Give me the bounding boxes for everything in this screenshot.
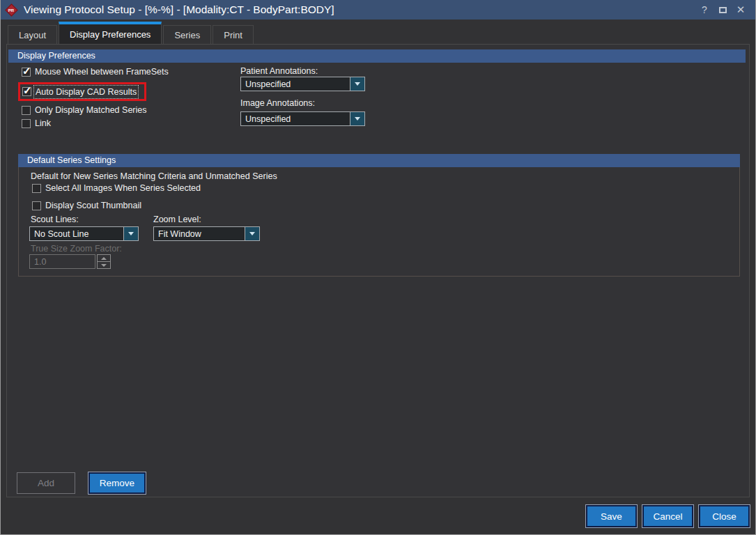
true-size-zoom-factor-spinner: 1.0	[29, 254, 111, 269]
maximize-button[interactable]	[713, 2, 732, 17]
image-annotations-label: Image Annotations:	[240, 98, 315, 108]
default-series-settings-header: Default Series Settings	[18, 154, 740, 167]
arrow-down-icon	[101, 264, 107, 267]
patient-annotations-dropdown-button[interactable]	[350, 77, 364, 91]
arrow-up-icon	[101, 257, 107, 260]
zoom-level-dropdown[interactable]: Fit Window	[153, 226, 260, 241]
mouse-wheel-label: Mouse Wheel between FrameSets	[35, 67, 169, 77]
zoom-level-dropdown-button[interactable]	[245, 227, 259, 240]
chevron-down-icon	[128, 232, 134, 235]
tab-display-preferences[interactable]: Display Preferences	[59, 22, 162, 44]
help-icon: ?	[702, 4, 707, 15]
display-scout-thumbnail-checkbox[interactable]	[32, 201, 41, 210]
link-label: Link	[35, 118, 51, 128]
patient-annotations-value: Unspecified	[241, 77, 350, 91]
display-scout-thumbnail-checkbox-row[interactable]: Display Scout Thumbnail	[32, 201, 141, 210]
red-highlight-annotation: Auto Display CAD Results	[18, 82, 146, 101]
link-checkbox-row[interactable]: Link	[22, 118, 51, 128]
auto-display-cad-checkbox-row[interactable]: Auto Display CAD Results	[22, 87, 137, 97]
tab-layout-label: Layout	[19, 30, 46, 40]
display-preferences-header: Display Preferences	[8, 49, 746, 63]
spinner-buttons	[97, 254, 111, 269]
true-size-zoom-factor-input: 1.0	[29, 254, 95, 269]
tab-print[interactable]: Print	[213, 25, 254, 44]
link-checkbox[interactable]	[22, 119, 31, 128]
zoom-level-label: Zoom Level:	[153, 215, 201, 224]
help-button[interactable]: ?	[695, 2, 713, 17]
tab-series-label: Series	[174, 30, 200, 40]
image-annotations-value: Unspecified	[241, 112, 350, 125]
display-preferences-panel: Display Preferences Mouse Wheel between …	[6, 44, 750, 497]
close-button[interactable]: Close	[699, 505, 750, 527]
titlebar-controls: ? ✕	[695, 2, 755, 17]
true-size-zoom-factor-label: True Size Zoom Factor:	[31, 244, 122, 254]
patient-annotations-label: Patient Annotations:	[240, 66, 318, 76]
display-scout-thumbnail-label: Display Scout Thumbnail	[45, 201, 141, 210]
tab-strip: Layout Display Preferences Series Print	[6, 22, 750, 44]
mouse-wheel-checkbox-row[interactable]: Mouse Wheel between FrameSets	[22, 67, 169, 77]
auto-display-cad-checkbox[interactable]	[22, 87, 31, 96]
viewing-protocol-setup-dialog: PR Viewing Protocol Setup - [%-%] - [Mod…	[0, 0, 756, 535]
spin-up-button	[98, 255, 110, 262]
remove-button[interactable]: Remove	[88, 472, 146, 494]
tab-series[interactable]: Series	[163, 25, 211, 44]
tab-print-label: Print	[224, 30, 242, 40]
default-series-description: Default for New Series Matching Criteria…	[31, 171, 277, 181]
mouse-wheel-checkbox[interactable]	[22, 68, 31, 77]
scout-lines-dropdown-button[interactable]	[123, 227, 138, 240]
tab-display-preferences-label: Display Preferences	[70, 29, 151, 40]
spin-down-button	[98, 262, 110, 268]
patient-annotations-dropdown[interactable]: Unspecified	[240, 77, 365, 91]
image-annotations-dropdown[interactable]: Unspecified	[240, 111, 365, 126]
scout-lines-value: No Scout Line	[30, 227, 123, 240]
app-icon-text: PR	[8, 8, 14, 12]
select-all-images-label: Select All Images When Series Selected	[45, 183, 201, 193]
zoom-level-value: Fit Window	[154, 227, 245, 240]
chevron-down-icon	[249, 232, 255, 235]
only-display-matched-label: Only Display Matched Series	[35, 105, 146, 115]
scout-lines-dropdown[interactable]: No Scout Line	[29, 226, 139, 241]
window-title: Viewing Protocol Setup - [%-%] - [Modali…	[24, 3, 334, 16]
tab-layout[interactable]: Layout	[8, 25, 57, 44]
auto-display-cad-label: Auto Display CAD Results	[36, 87, 137, 97]
select-all-images-checkbox-row[interactable]: Select All Images When Series Selected	[32, 183, 201, 193]
chevron-down-icon	[355, 117, 360, 121]
titlebar: PR Viewing Protocol Setup - [%-%] - [Mod…	[1, 0, 755, 20]
only-display-matched-checkbox[interactable]	[22, 106, 31, 115]
close-icon: ✕	[736, 3, 746, 16]
default-series-settings-group: Default Series Settings Default for New …	[18, 154, 740, 277]
image-annotations-dropdown-button[interactable]	[350, 112, 364, 125]
save-button[interactable]: Save	[586, 505, 637, 527]
scout-lines-label: Scout Lines:	[31, 215, 79, 224]
close-window-button[interactable]: ✕	[732, 2, 750, 17]
cancel-button[interactable]: Cancel	[642, 505, 693, 527]
select-all-images-checkbox[interactable]	[32, 184, 41, 193]
add-button: Add	[17, 472, 75, 494]
only-display-matched-checkbox-row[interactable]: Only Display Matched Series	[22, 105, 146, 115]
chevron-down-icon	[355, 82, 360, 86]
maximize-icon	[719, 7, 727, 13]
app-icon: PR	[5, 3, 17, 16]
